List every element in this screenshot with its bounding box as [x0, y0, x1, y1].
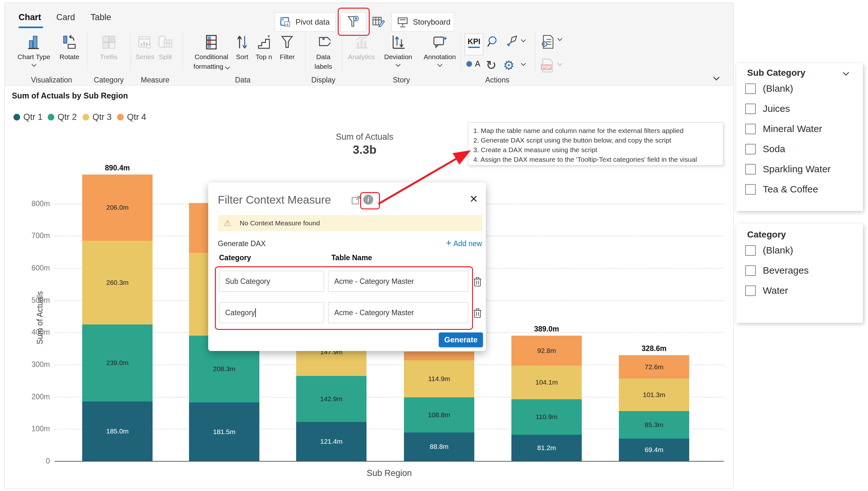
bar-segment-qtr-3[interactable]: 104.1m — [511, 366, 582, 399]
bar-segment-qtr-1[interactable]: 181.5m — [189, 402, 259, 461]
checkbox-sparkling-water[interactable] — [745, 164, 756, 175]
pivot-data-button[interactable]: Pivot data — [275, 12, 336, 32]
bar-segment-qtr-4[interactable] — [404, 352, 474, 360]
filter-item-mineral-water[interactable]: Mineral Water — [745, 123, 822, 134]
filter-item-label: Soda — [763, 144, 785, 154]
ribbon-button-chart-type[interactable]: Chart Type — [18, 32, 50, 67]
circle-a-button[interactable]: A — [465, 59, 480, 68]
bar-segment-qtr-3[interactable]: 101.3m — [619, 378, 689, 411]
ribbon-button-filter[interactable]: Filter — [280, 32, 295, 62]
checkbox-mineral-water[interactable] — [745, 124, 756, 134]
sort-icon — [235, 32, 249, 52]
filter-item-juices[interactable]: Juices — [745, 103, 790, 114]
bar-segment-qtr-4[interactable]: 72.6m — [619, 355, 689, 378]
filter-item-label: Juices — [763, 103, 790, 114]
bar-segment-qtr-2[interactable]: 108.8m — [404, 397, 474, 433]
external-filter-button[interactable] — [341, 12, 366, 32]
bar-segment-qtr-1[interactable]: 88.8m — [404, 433, 474, 461]
table-name-input-2[interactable]: Acme - Category Master — [328, 302, 468, 323]
tab-table[interactable]: Table — [90, 12, 111, 27]
legend-item-qtr-1[interactable]: Qtr 1 — [13, 112, 43, 122]
page-settings-chevron-icon[interactable] — [558, 39, 562, 40]
bar-segment-qtr-2[interactable]: 142.9m — [296, 376, 366, 422]
svg-text:PDF: PDF — [542, 64, 551, 70]
tab-chart[interactable]: Chart — [19, 12, 41, 27]
y-axis-title: Sum of Actuals — [35, 291, 45, 345]
bar-segment-qtr-4[interactable]: 92.8m — [511, 336, 582, 365]
external-link-icon[interactable] — [351, 195, 361, 205]
kpi-button[interactable]: KPI — [465, 34, 483, 55]
bar-segment-qtr-1[interactable]: 185.0m — [82, 402, 152, 461]
filter-item-blank[interactable]: (Blank) — [745, 83, 793, 94]
filter-item-sparkling-water[interactable]: Sparkling Water — [745, 164, 831, 175]
settings-chevron-icon[interactable] — [522, 64, 525, 65]
svg-text:⚙: ⚙ — [541, 39, 548, 49]
bar-segment-qtr-2[interactable]: 110.9m — [511, 399, 582, 435]
legend-label: Qtr 1 — [23, 112, 43, 122]
generate-button[interactable]: Generate — [439, 333, 483, 347]
bar-segment-qtr-1[interactable]: 69.4m — [619, 439, 689, 461]
paintbrush-chevron-icon[interactable] — [522, 40, 525, 41]
checkbox-tea-coffee[interactable] — [745, 184, 756, 195]
bar-segment-qtr-3[interactable]: 260.3m — [82, 241, 152, 324]
checkbox-water[interactable] — [745, 285, 756, 296]
paintbrush-icon[interactable] — [504, 35, 519, 49]
trash-icon-2[interactable] — [473, 308, 482, 318]
add-new-link[interactable]: +Add new — [446, 237, 482, 249]
zoom-search-icon[interactable] — [486, 35, 501, 49]
checkbox-blank[interactable] — [745, 83, 756, 94]
refresh-icon[interactable]: ↻ — [486, 58, 497, 73]
storyboard-label: Storyboard — [413, 18, 450, 27]
legend-label: Qtr 2 — [58, 112, 77, 122]
bar-segment-qtr-1[interactable]: 81.2m — [511, 435, 582, 461]
ribbon-collapse-chevron-icon[interactable] — [714, 77, 719, 80]
bar-segment-qtr-4[interactable]: 206.0m — [82, 175, 152, 241]
bar-segment-qtr-3[interactable]: 114.9m — [404, 360, 474, 397]
legend-label: Qtr 4 — [127, 112, 146, 122]
plus-icon: + — [446, 237, 452, 248]
stacked-bar-5[interactable]: 81.2m110.9m104.1m92.8m — [511, 336, 582, 461]
storyboard-button[interactable]: Storyboard — [391, 12, 454, 32]
close-icon[interactable]: × — [470, 192, 478, 206]
category-input-1[interactable]: Sub Category — [219, 271, 324, 292]
checkbox-juices[interactable] — [745, 104, 756, 114]
filter-item-soda[interactable]: Soda — [745, 144, 785, 154]
checkbox-blank[interactable] — [745, 245, 756, 256]
stacked-bar-1[interactable]: 185.0m239.0m260.3m206.0m — [82, 175, 152, 461]
y-tick-label-0: 0 — [11, 457, 50, 465]
tab-card[interactable]: Card — [56, 12, 75, 27]
page-settings-icon[interactable]: ⚙ — [539, 34, 554, 50]
ribbon-button-conditional-formatting[interactable]: Conditionalformatting — [194, 32, 229, 71]
ribbon-button-data-labels[interactable]: Datalabels — [315, 32, 332, 71]
settings-gear-icon[interactable]: ⚙ — [503, 58, 514, 73]
ribbon-button-sort[interactable]: Sort — [235, 32, 249, 62]
ribbon-button-deviation[interactable]: Deviation — [384, 32, 412, 67]
info-icon[interactable]: i — [363, 195, 373, 205]
filter-item-blank[interactable]: (Blank) — [745, 245, 793, 256]
category-input-2[interactable]: Category — [219, 302, 324, 323]
ribbon-button-annotation[interactable]: Annotation — [424, 32, 456, 67]
checkbox-soda[interactable] — [745, 144, 756, 154]
checkbox-beverages[interactable] — [745, 265, 756, 276]
table-name-input-1[interactable]: Acme - Category Master — [328, 271, 468, 292]
filter-item-tea-coffee[interactable]: Tea & Coffee — [745, 184, 818, 195]
bar-segment-qtr-2[interactable]: 85.3m — [619, 411, 689, 439]
filter-item-water[interactable]: Water — [745, 285, 788, 296]
tooltip-line-1: 1. Map the table name and column name fo… — [473, 126, 723, 136]
ribbon-button-rotate[interactable]: Rotate — [59, 32, 79, 62]
rotate-icon — [59, 32, 79, 52]
legend-item-qtr-2[interactable]: Qtr 2 — [48, 112, 77, 122]
legend-item-qtr-4[interactable]: Qtr 4 — [117, 112, 146, 122]
bar-segment-qtr-2[interactable]: 239.0m — [82, 324, 152, 402]
trash-icon-1[interactable] — [473, 277, 482, 287]
table-edit-icon — [372, 16, 385, 28]
stacked-bar-6[interactable]: 69.4m85.3m101.3m72.6m — [619, 355, 689, 461]
table-edit-button[interactable] — [369, 12, 388, 32]
instructions-tooltip: 1. Map the table name and column name fo… — [468, 122, 723, 166]
legend-item-qtr-3[interactable]: Qtr 3 — [83, 112, 112, 122]
bar-segment-qtr-1[interactable]: 121.4m — [296, 422, 366, 461]
ribbon-button-top-n[interactable]: Top n — [255, 32, 272, 62]
stacked-bar-4[interactable]: 88.8m108.8m114.9m — [404, 352, 474, 461]
panel-chevron-down-icon[interactable] — [844, 70, 848, 76]
filter-item-beverages[interactable]: Beverages — [745, 265, 809, 276]
